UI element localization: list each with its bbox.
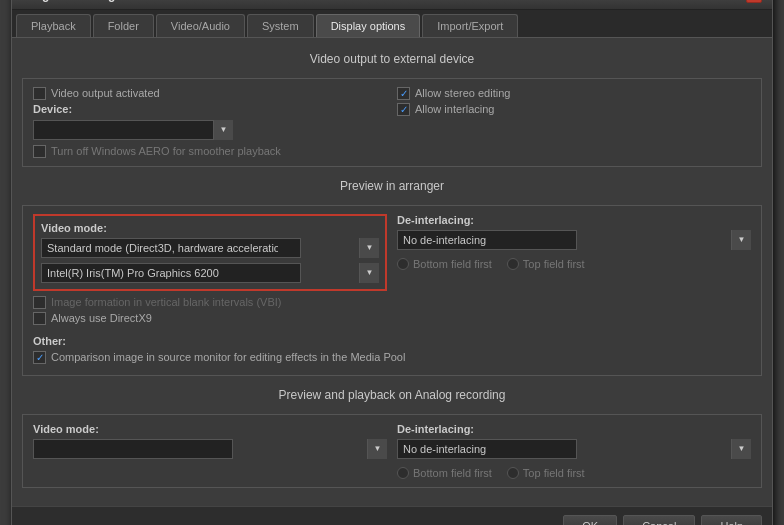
de-interlacing-select[interactable]: No de-interlacing bbox=[397, 230, 577, 250]
tab-bar: Playback Folder Video/Audio System Displ… bbox=[12, 10, 772, 38]
analog-field-order-group: Bottom field first Top field first bbox=[397, 467, 751, 479]
video-output-section-title: Video output to external device bbox=[22, 48, 762, 70]
bottom-bar: OK Cancel Help bbox=[12, 506, 772, 526]
device-select[interactable] bbox=[33, 120, 233, 140]
analog-video-mode-select[interactable] bbox=[33, 439, 233, 459]
allow-stereo-label: Allow stereo editing bbox=[415, 87, 510, 99]
allow-interlacing-row: Allow interlacing bbox=[397, 103, 751, 116]
analog-video-mode-wrap: ▼ bbox=[33, 439, 387, 459]
de-interlacing-select-wrap: No de-interlacing ▼ bbox=[397, 230, 751, 250]
analog-video-mode-arrow: ▼ bbox=[367, 439, 387, 459]
tab-system[interactable]: System bbox=[247, 14, 314, 37]
video-output-cols: Video output activated Device: ▼ Turn of… bbox=[33, 87, 751, 158]
allow-interlacing-checkbox[interactable] bbox=[397, 103, 410, 116]
preview-analog-left: Video mode: ▼ bbox=[33, 423, 387, 479]
tab-display-options[interactable]: Display options bbox=[316, 14, 421, 37]
always-directx9-label: Always use DirectX9 bbox=[51, 312, 152, 324]
field-order-radio-group: Bottom field first Top field first bbox=[397, 258, 751, 270]
always-directx9-row: Always use DirectX9 bbox=[33, 312, 387, 325]
video-mode-select[interactable]: Standard mode (Direct3D, hardware accele… bbox=[41, 238, 301, 258]
video-output-activated-checkbox[interactable] bbox=[33, 87, 46, 100]
top-field-first-radio[interactable] bbox=[507, 258, 519, 270]
video-output-left: Video output activated Device: ▼ Turn of… bbox=[33, 87, 387, 158]
analog-bottom-field-label: Bottom field first bbox=[413, 467, 492, 479]
preview-arranger-section: Video mode: Standard mode (Direct3D, har… bbox=[22, 205, 762, 376]
video-output-activated-row: Video output activated bbox=[33, 87, 387, 100]
preview-arranger-cols: Video mode: Standard mode (Direct3D, har… bbox=[33, 214, 751, 328]
preview-arranger-right: De-interlacing: No de-interlacing ▼ Bott… bbox=[397, 214, 751, 328]
preview-analog-section: Video mode: ▼ De-interlacing: No de-inte… bbox=[22, 414, 762, 488]
turn-off-aero-checkbox[interactable] bbox=[33, 145, 46, 158]
title-bar: Program Settings ✕ bbox=[12, 0, 772, 10]
preview-analog-title: Preview and playback on Analog recording bbox=[22, 384, 762, 406]
ok-button[interactable]: OK bbox=[563, 515, 617, 526]
close-button[interactable]: ✕ bbox=[746, 0, 762, 3]
allow-stereo-checkbox[interactable] bbox=[397, 87, 410, 100]
video-output-activated-label: Video output activated bbox=[51, 87, 160, 99]
cancel-button[interactable]: Cancel bbox=[623, 515, 695, 526]
de-interlacing-arrow: ▼ bbox=[731, 230, 751, 250]
image-formation-label: Image formation in vertical blank interv… bbox=[51, 296, 281, 308]
bottom-field-first-option[interactable]: Bottom field first bbox=[397, 258, 492, 270]
preview-analog-right: De-interlacing: No de-interlacing ▼ Bott… bbox=[397, 423, 751, 479]
analog-video-mode-label: Video mode: bbox=[33, 423, 387, 435]
video-mode-highlight: Video mode: Standard mode (Direct3D, har… bbox=[33, 214, 387, 291]
turn-off-aero-label: Turn off Windows AERO for smoother playb… bbox=[51, 145, 281, 157]
top-field-first-option[interactable]: Top field first bbox=[507, 258, 585, 270]
video-output-right: Allow stereo editing Allow interlacing bbox=[397, 87, 751, 158]
gpu-select[interactable]: Intel(R) Iris(TM) Pro Graphics 6200 bbox=[41, 263, 301, 283]
de-interlacing-label: De-interlacing: bbox=[397, 214, 751, 226]
analog-top-field-label: Top field first bbox=[523, 467, 585, 479]
preview-arranger-title: Preview in arranger bbox=[22, 175, 762, 197]
bottom-field-first-radio[interactable] bbox=[397, 258, 409, 270]
always-directx9-checkbox[interactable] bbox=[33, 312, 46, 325]
top-field-first-label: Top field first bbox=[523, 258, 585, 270]
tab-playback[interactable]: Playback bbox=[16, 14, 91, 37]
image-formation-checkbox[interactable] bbox=[33, 296, 46, 309]
video-mode-select-wrap: Standard mode (Direct3D, hardware accele… bbox=[41, 238, 379, 258]
tab-folder[interactable]: Folder bbox=[93, 14, 154, 37]
tab-video-audio[interactable]: Video/Audio bbox=[156, 14, 245, 37]
analog-de-interlacing-arrow: ▼ bbox=[731, 439, 751, 459]
other-section: Other: Comparison image in source monito… bbox=[33, 334, 751, 364]
comparison-image-checkbox[interactable] bbox=[33, 351, 46, 364]
analog-bottom-field-first[interactable]: Bottom field first bbox=[397, 467, 492, 479]
turn-off-aero-row: Turn off Windows AERO for smoother playb… bbox=[33, 145, 387, 158]
analog-de-interlacing-wrap: No de-interlacing ▼ bbox=[397, 439, 751, 459]
help-button[interactable]: Help bbox=[701, 515, 762, 526]
comparison-image-row: Comparison image in source monitor for e… bbox=[33, 351, 751, 364]
video-mode-arrow: ▼ bbox=[359, 238, 379, 258]
video-output-section: Video output activated Device: ▼ Turn of… bbox=[22, 78, 762, 167]
analog-bottom-field-radio[interactable] bbox=[397, 467, 409, 479]
preview-arranger-left: Video mode: Standard mode (Direct3D, har… bbox=[33, 214, 387, 328]
gpu-select-wrap: Intel(R) Iris(TM) Pro Graphics 6200 ▼ bbox=[41, 263, 379, 283]
analog-de-interlacing-label: De-interlacing: bbox=[397, 423, 751, 435]
analog-top-field-first[interactable]: Top field first bbox=[507, 467, 585, 479]
gpu-arrow: ▼ bbox=[359, 263, 379, 283]
other-label: Other: bbox=[33, 335, 66, 347]
allow-interlacing-label: Allow interlacing bbox=[415, 103, 494, 115]
main-content: Video output to external device Video ou… bbox=[12, 38, 772, 506]
preview-analog-cols: Video mode: ▼ De-interlacing: No de-inte… bbox=[33, 423, 751, 479]
device-label: Device: bbox=[33, 103, 72, 115]
analog-top-field-radio[interactable] bbox=[507, 467, 519, 479]
device-row: Device: bbox=[33, 103, 387, 115]
video-mode-label: Video mode: bbox=[41, 222, 379, 234]
analog-de-interlacing-select[interactable]: No de-interlacing bbox=[397, 439, 577, 459]
program-settings-window: Program Settings ✕ Playback Folder Video… bbox=[11, 0, 773, 525]
allow-stereo-row: Allow stereo editing bbox=[397, 87, 751, 100]
tab-import-export[interactable]: Import/Export bbox=[422, 14, 518, 37]
bottom-field-first-label: Bottom field first bbox=[413, 258, 492, 270]
window-title: Program Settings bbox=[22, 0, 122, 2]
comparison-image-label: Comparison image in source monitor for e… bbox=[51, 351, 405, 363]
image-formation-row: Image formation in vertical blank interv… bbox=[33, 296, 387, 309]
